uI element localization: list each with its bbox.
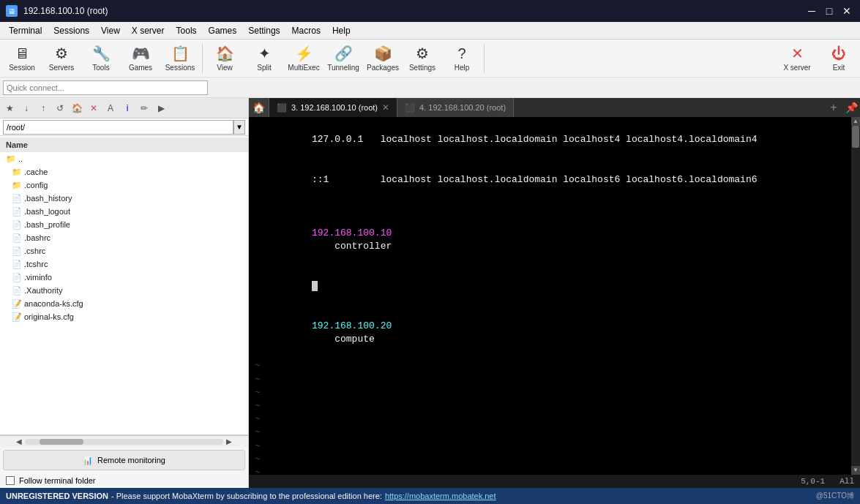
tree-item-name: .viminfo	[24, 273, 52, 282]
minimize-button[interactable]: ─	[804, 4, 819, 18]
sidebar-bottom: ◀ ▶ 📊 Remote monitoring Follow terminal …	[0, 435, 248, 488]
term-ip-magenta-1: 192.168.100.10	[312, 227, 392, 238]
list-item[interactable]: 📁 .cache	[0, 165, 248, 178]
maximize-button[interactable]: □	[822, 4, 837, 18]
list-item[interactable]: 📄 .tcshrc	[0, 257, 248, 271]
menu-macros[interactable]: Macros	[286, 24, 326, 37]
sidebar-more-btn[interactable]: ▶	[153, 100, 169, 116]
list-item[interactable]: 📁 ..	[0, 152, 248, 165]
term-blank-1	[255, 200, 854, 213]
scroll-thumb[interactable]	[852, 126, 859, 148]
tab-2[interactable]: ⬛ 4. 192.168.100.20 (root)	[397, 98, 514, 117]
toolbar-sessions-label: Sessions	[165, 64, 195, 72]
list-item[interactable]: 📄 .Xauthority	[0, 284, 248, 297]
tab-pin-button[interactable]: 📌	[842, 98, 860, 117]
toolbar-view[interactable]: 🏠 View	[206, 41, 244, 76]
toolbar-sessions[interactable]: 📋 Sessions	[161, 41, 199, 76]
tab-1-icon: ⬛	[277, 103, 287, 113]
sidebar-delete-btn[interactable]: ✕	[86, 100, 102, 116]
list-item[interactable]: 📄 .bash_logout	[0, 205, 248, 218]
scroll-right-arrow[interactable]: ▶	[223, 437, 235, 445]
scrollbar-thumb[interactable]	[40, 439, 83, 445]
term-hostname-2: compute	[312, 334, 375, 345]
menu-tools[interactable]: Tools	[171, 24, 203, 37]
quick-connect-input[interactable]	[3, 80, 208, 95]
path-input[interactable]	[3, 120, 233, 135]
scroll-down-arrow[interactable]: ▼	[851, 466, 860, 475]
menu-sessions[interactable]: Sessions	[48, 24, 95, 37]
list-item[interactable]: 📄 .cshrc	[0, 244, 248, 257]
scroll-left-arrow[interactable]: ◀	[13, 437, 25, 445]
tree-item-name: .config	[24, 181, 48, 189]
tab-add-button[interactable]: +	[825, 98, 842, 117]
toolbar-exit-label: Exit	[833, 64, 845, 72]
menu-settings[interactable]: Settings	[242, 24, 285, 37]
remote-monitoring-button[interactable]: 📊 Remote monitoring	[3, 450, 245, 470]
toolbar: 🖥 Session ⚙ Servers 🔧 Tools 🎮 Games 📋 Se…	[0, 40, 860, 78]
status-bar: UNREGISTERED VERSION - Please support Mo…	[0, 488, 860, 504]
list-item[interactable]: 📄 .bash_profile	[0, 218, 248, 231]
toolbar-settings[interactable]: ⚙ Settings	[403, 41, 441, 76]
toolbar-tools[interactable]: 🔧 Tools	[82, 41, 120, 76]
tab-1-close[interactable]: ✕	[382, 102, 389, 113]
term-host-2: 192.168.100.20 compute	[255, 306, 854, 360]
tree-header: Name	[0, 138, 248, 152]
file-icon: 📄	[12, 260, 22, 269]
sidebar-refresh-btn[interactable]: ↺	[52, 100, 68, 116]
terminal[interactable]: 127.0.0.1 localhost localhost.localdomai…	[249, 117, 860, 475]
sidebar-star-btn[interactable]: ★	[1, 100, 18, 116]
toolbar-xserver[interactable]: ✕ X server	[775, 41, 819, 76]
quick-connect-bar	[0, 78, 860, 98]
toolbar-tunneling[interactable]: 🔗 Tunneling	[324, 41, 362, 76]
toolbar-packages[interactable]: 📦 Packages	[364, 41, 402, 76]
tree-item-name: .Xauthority	[24, 286, 63, 295]
sidebar-info-btn[interactable]: i	[119, 100, 135, 116]
tree-item-name: .bash_profile	[24, 220, 70, 229]
menu-help[interactable]: Help	[326, 24, 356, 37]
tab-2-label: 4. 192.168.100.20 (root)	[419, 103, 506, 112]
term-scroll-position: All	[840, 477, 854, 486]
menu-terminal[interactable]: Terminal	[3, 24, 48, 37]
list-item[interactable]: 📁 .config	[0, 178, 248, 192]
toolbar-help[interactable]: ? Help	[443, 41, 481, 76]
status-link[interactable]: https://mobaxterm.mobatek.net	[385, 492, 496, 500]
list-item[interactable]: 📄 .bashrc	[0, 231, 248, 244]
list-item[interactable]: 📝 anaconda-ks.cfg	[0, 297, 248, 310]
list-item[interactable]: 📄 .viminfo	[0, 271, 248, 284]
title-bar: 🖥 192.168.100.10 (root) ─ □ ✕	[0, 0, 860, 22]
tab-1[interactable]: ⬛ 3. 192.168.100.10 (root) ✕	[269, 98, 397, 117]
sidebar-up-btn[interactable]: ↑	[35, 100, 51, 116]
toolbar-exit[interactable]: ⏻ Exit	[820, 41, 857, 76]
tree-item-name: .bash_history	[24, 194, 72, 203]
sidebar-home-btn[interactable]: 🏠	[69, 100, 85, 116]
close-button[interactable]: ✕	[840, 4, 854, 18]
follow-folder-label: Follow terminal folder	[19, 476, 96, 485]
menu-games[interactable]: Games	[203, 24, 243, 37]
scroll-up-arrow[interactable]: ▲	[851, 117, 860, 126]
menu-view[interactable]: View	[95, 24, 126, 37]
menu-xserver[interactable]: X server	[126, 24, 171, 37]
sidebar-down-btn[interactable]: ↓	[18, 100, 34, 116]
sidebar: ★ ↓ ↑ ↺ 🏠 ✕ A i ✏ ▶ ▼ Name 📁 ..	[0, 98, 249, 488]
path-dropdown-btn[interactable]: ▼	[233, 120, 245, 135]
toolbar-multiexec-label: MultiExec	[288, 64, 319, 72]
follow-folder-row[interactable]: Follow terminal folder	[0, 473, 248, 488]
toolbar-split[interactable]: ✦ Split	[245, 41, 283, 76]
toolbar-games[interactable]: 🎮 Games	[121, 41, 160, 76]
toolbar-view-label: View	[217, 64, 233, 72]
toolbar-session[interactable]: 🖥 Session	[3, 41, 41, 76]
sidebar-edit-btn[interactable]: ✏	[136, 100, 152, 116]
toolbar-servers[interactable]: ⚙ Servers	[42, 41, 81, 76]
terminal-wrapper: 127.0.0.1 localhost localhost.localdomai…	[249, 117, 860, 488]
sidebar-rename-btn[interactable]: A	[102, 100, 119, 116]
session-icon: 🖥	[15, 45, 29, 62]
sessions-icon: 📋	[171, 45, 190, 62]
tab-home-button[interactable]: 🏠	[249, 98, 269, 117]
list-item[interactable]: 📝 original-ks.cfg	[0, 310, 248, 323]
follow-folder-checkbox[interactable]	[6, 476, 15, 485]
folder-icon: 📁	[12, 168, 22, 177]
term-tilde-4: ~	[255, 399, 854, 413]
toolbar-multiexec[interactable]: ⚡ MultiExec	[285, 41, 323, 76]
list-item[interactable]: 📄 .bash_history	[0, 192, 248, 205]
toolbar-help-label: Help	[455, 64, 470, 72]
